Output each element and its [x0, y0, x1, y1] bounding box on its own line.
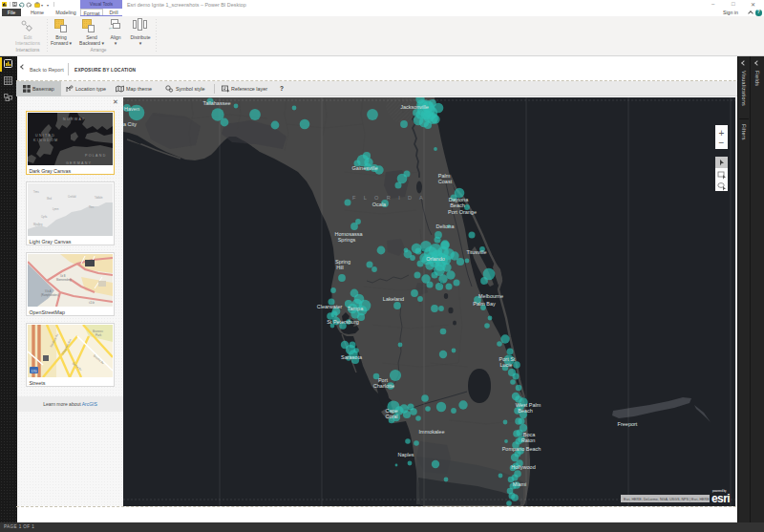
svg-text:t-D-b: t-D-b — [89, 301, 95, 305]
svg-text:UNITED: UNITED — [35, 134, 55, 138]
svg-text:Hollywood: Hollywood — [511, 464, 535, 470]
svg-text:Naples: Naples — [397, 452, 414, 458]
svg-text:Pompano Beach: Pompano Beach — [502, 446, 541, 452]
svg-text:Sarasota: Sarasota — [341, 354, 363, 360]
svg-text:Cyrfa: Cyrfa — [41, 215, 48, 219]
svg-text:KINGDOM: KINGDOM — [33, 138, 58, 142]
svg-text:Gainesville: Gainesville — [352, 165, 378, 171]
svg-text:Ilfed: Ilfed — [47, 197, 52, 201]
svg-text:Trms: Trms — [33, 190, 40, 194]
svg-text:Charlotte: Charlotte — [373, 383, 394, 389]
svg-text:−: − — [719, 138, 725, 148]
svg-text:Freeport: Freeport — [618, 421, 638, 427]
svg-text:Coral: Coral — [385, 414, 397, 419]
svg-text:Lakeland: Lakeland — [383, 296, 404, 302]
svg-text:Immokalee: Immokalee — [419, 429, 445, 435]
svg-text:Tampa: Tampa — [348, 306, 364, 311]
svg-text:Lucie: Lucie — [499, 362, 512, 368]
svg-text:Palm Bay: Palm Bay — [473, 301, 496, 307]
svg-text:Deltona: Deltona — [436, 223, 456, 229]
svg-text:Raton: Raton — [521, 437, 536, 443]
svg-text:Beach: Beach — [450, 202, 465, 208]
svg-text:Melbourne: Melbourne — [478, 293, 503, 299]
svg-text:Esri, HERE, DeLorme, NGA, USGS: Esri, HERE, DeLorme, NGA, USGS, NPS | Es… — [624, 498, 710, 501]
svg-text:POLAND: POLAND — [85, 154, 107, 158]
svg-text:Beach: Beach — [518, 408, 533, 414]
svg-text:Haven: Haven — [124, 106, 139, 112]
svg-text:Titusville: Titusville — [466, 249, 486, 255]
svg-text:Jacksonville: Jacksonville — [400, 104, 429, 110]
svg-text:Crefuld: Crefuld — [68, 195, 76, 199]
svg-text:Thrs: Thrs — [89, 205, 95, 209]
svg-text:(Ramphsteders): (Ramphsteders) — [41, 293, 59, 297]
svg-text:esri: esri — [711, 492, 730, 505]
svg-text:Coast: Coast — [438, 179, 453, 184]
svg-text:Mjralbrg: Mjralbrg — [33, 223, 43, 226]
svg-text:F L O R I D A: F L O R I D A — [352, 195, 426, 201]
svg-text:Tallahassee: Tallahassee — [202, 100, 230, 106]
svg-text:Clearwater: Clearwater — [317, 304, 343, 309]
svg-text:NORWAY: NORWAY — [63, 117, 86, 121]
svg-text:Springs: Springs — [338, 237, 356, 243]
svg-text:Monneredreg: Monneredreg — [56, 278, 72, 282]
svg-text:Ljmrn: Ljmrn — [53, 207, 59, 211]
svg-text:I-b B: I-b B — [60, 274, 66, 278]
svg-text:Orlando: Orlando — [426, 256, 445, 262]
svg-text:St Petersburg: St Petersburg — [327, 319, 359, 325]
svg-text:Tddloln: Tddloln — [95, 196, 103, 200]
svg-text:Port Orange: Port Orange — [448, 209, 477, 215]
svg-text:Ocala: Ocala — [372, 202, 387, 207]
svg-text:Miami: Miami — [513, 481, 527, 487]
svg-text:Park: Park — [96, 333, 102, 337]
svg-text:a City: a City — [123, 121, 137, 127]
svg-text:170: 170 — [32, 370, 37, 373]
svg-text:Hill: Hill — [336, 265, 344, 270]
svg-text:V-b-A: V-b-A — [45, 289, 52, 293]
svg-text:GERMANY: GERMANY — [66, 161, 92, 165]
